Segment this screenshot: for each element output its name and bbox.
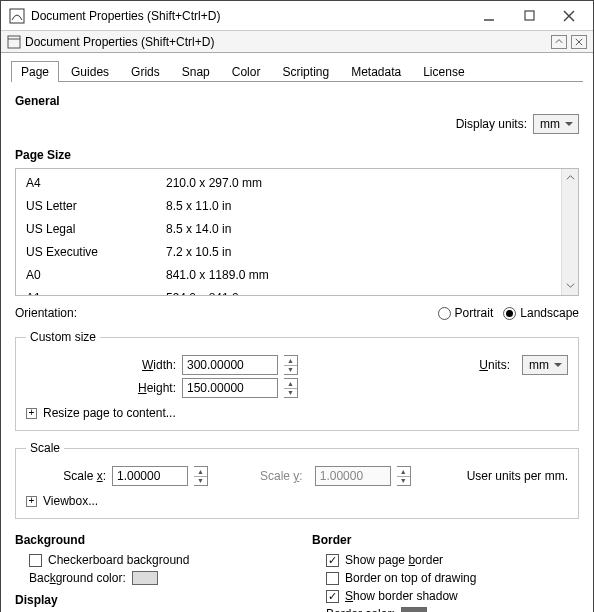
border-color-label: Border color: [326, 607, 395, 612]
border-shadow-row[interactable]: Show border shadow [312, 589, 579, 603]
bg-color-swatch[interactable] [132, 571, 158, 585]
width-label: Width: [26, 358, 176, 372]
minimize-button[interactable] [469, 2, 509, 30]
show-border-row[interactable]: Show page border [312, 553, 579, 567]
height-label: Height: [26, 381, 176, 395]
scroll-up-icon[interactable] [566, 171, 575, 185]
scrollbar[interactable] [561, 169, 578, 295]
custom-units-value: mm [529, 358, 549, 372]
display-units-row: Display units: mm [15, 114, 579, 134]
orientation-landscape-label: Landscape [520, 306, 579, 320]
display-units-select[interactable]: mm [533, 114, 579, 134]
display-units-label: Display units: [456, 117, 527, 131]
tab-license[interactable]: License [413, 61, 474, 82]
tab-underline [11, 81, 583, 82]
dialog-icon [7, 35, 21, 49]
orientation-portrait-label: Portrait [455, 306, 494, 320]
viewbox-expander[interactable]: + Viewbox... [26, 494, 568, 508]
border-on-top-label: Border on top of drawing [345, 571, 476, 585]
resize-to-content[interactable]: + Resize page to content... [26, 406, 568, 420]
height-field[interactable] [182, 378, 278, 398]
legend-custom-size: Custom size [26, 330, 100, 344]
custom-units-select[interactable]: mm [522, 355, 568, 375]
heading-page-size: Page Size [15, 148, 579, 162]
custom-units-label: Units: [479, 358, 510, 372]
window-title: Document Properties (Shift+Ctrl+D) [31, 9, 469, 23]
page-size-list-inner: A4 210.0 x 297.0 mm US Letter 8.5 x 11.0… [16, 169, 578, 296]
page-size-list[interactable]: A4 210.0 x 297.0 mm US Letter 8.5 x 11.0… [15, 168, 579, 296]
list-item[interactable]: A4 210.0 x 297.0 mm [16, 171, 578, 194]
dock-title: Document Properties (Shift+Ctrl+D) [25, 35, 547, 49]
checkerboard-row[interactable]: Checkerboard background [15, 553, 282, 567]
list-item[interactable]: A0 841.0 x 1189.0 mm [16, 263, 578, 286]
border-shadow-checkbox[interactable] [326, 590, 339, 603]
show-border-label: Show page border [345, 553, 443, 567]
show-border-checkbox[interactable] [326, 554, 339, 567]
dock-header: Document Properties (Shift+Ctrl+D) [1, 31, 593, 53]
dock-close-button[interactable] [571, 35, 587, 49]
orientation-portrait-radio[interactable] [438, 307, 451, 320]
col-right: Border Show page border Border on top of… [312, 529, 579, 612]
border-on-top-checkbox[interactable] [326, 572, 339, 585]
scale-y-label: Scale y: [260, 469, 303, 483]
group-custom-size: Custom size Width: ▲▼ Units: mm Height: [15, 330, 579, 431]
tab-snap[interactable]: Snap [172, 61, 220, 82]
width-spinner[interactable]: ▲▼ [284, 355, 298, 375]
close-button[interactable] [549, 2, 589, 30]
heading-general: General [15, 94, 579, 108]
expander-icon: + [26, 496, 37, 507]
scale-y-spinner: ▲▼ [397, 466, 411, 486]
heading-background: Background [15, 533, 282, 547]
group-scale: Scale Scale x: ▲▼ Scale y: ▲▼ User units… [15, 441, 579, 519]
list-item[interactable]: US Executive 7.2 x 10.5 in [16, 240, 578, 263]
legend-scale: Scale [26, 441, 64, 455]
border-on-top-row[interactable]: Border on top of drawing [312, 571, 579, 585]
svg-rect-0 [10, 9, 24, 23]
scale-x-spinner[interactable]: ▲▼ [194, 466, 208, 486]
bg-color-row: Background color: [15, 571, 282, 585]
bg-color-label: Background color: [29, 571, 126, 585]
scale-x-label: Scale x: [26, 469, 106, 483]
resize-to-content-label: Resize page to content... [43, 406, 176, 420]
list-item[interactable]: A1 594.0 x 841.0 mm [16, 286, 578, 296]
tab-grids[interactable]: Grids [121, 61, 170, 82]
list-item[interactable]: US Legal 8.5 x 14.0 in [16, 217, 578, 240]
orientation-row: Orientation: Portrait Landscape [15, 306, 579, 320]
col-left: Background Checkerboard background Backg… [15, 529, 282, 612]
bottom-options: Background Checkerboard background Backg… [15, 529, 579, 612]
tab-guides[interactable]: Guides [61, 61, 119, 82]
orientation-landscape-radio[interactable] [503, 307, 516, 320]
orientation-label: Orientation: [15, 306, 422, 320]
tab-page[interactable]: Page [11, 61, 59, 82]
scale-units-label: User units per mm. [467, 469, 568, 483]
tab-metadata[interactable]: Metadata [341, 61, 411, 82]
tab-color[interactable]: Color [222, 61, 271, 82]
svg-rect-5 [8, 36, 20, 48]
heading-border: Border [312, 533, 579, 547]
scale-y-field [315, 466, 391, 486]
height-spinner[interactable]: ▲▼ [284, 378, 298, 398]
scale-x-field[interactable] [112, 466, 188, 486]
viewbox-label: Viewbox... [43, 494, 98, 508]
expander-icon: + [26, 408, 37, 419]
border-color-swatch[interactable] [401, 607, 427, 612]
tab-content-page: General Display units: mm Page Size A4 2… [1, 82, 593, 612]
border-shadow-label: Show border shadow [345, 589, 458, 603]
display-units-value: mm [540, 117, 560, 131]
checkerboard-label: Checkerboard background [48, 553, 189, 567]
checkerboard-checkbox[interactable] [29, 554, 42, 567]
svg-rect-2 [525, 11, 534, 20]
dock-minimize-button[interactable] [551, 35, 567, 49]
maximize-button[interactable] [509, 2, 549, 30]
window: Document Properties (Shift+Ctrl+D) Docum… [0, 0, 594, 612]
tab-scripting[interactable]: Scripting [272, 61, 339, 82]
list-item[interactable]: US Letter 8.5 x 11.0 in [16, 194, 578, 217]
width-field[interactable] [182, 355, 278, 375]
app-icon [9, 8, 25, 24]
heading-display: Display [15, 593, 282, 607]
border-color-row: Border color: [312, 607, 579, 612]
titlebar: Document Properties (Shift+Ctrl+D) [1, 1, 593, 31]
scroll-down-icon[interactable] [566, 279, 575, 293]
tab-strip: Page Guides Grids Snap Color Scripting M… [1, 53, 593, 82]
